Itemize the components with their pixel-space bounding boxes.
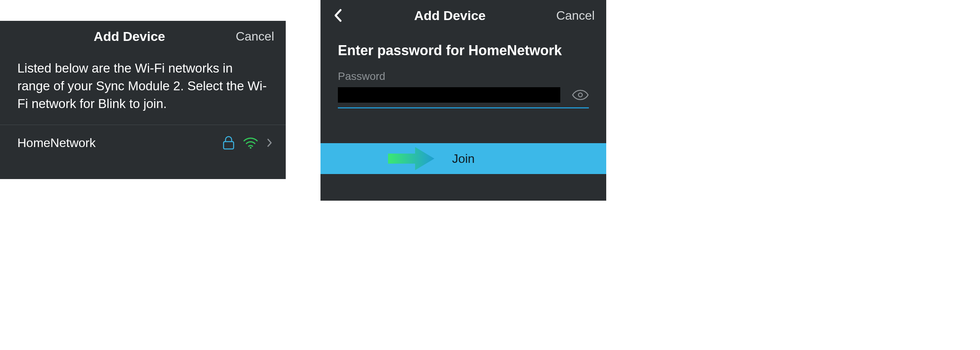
cancel-button[interactable]: Cancel xyxy=(236,29,274,44)
wifi-select-screen: Add Device Cancel Listed below are the W… xyxy=(0,21,286,179)
join-button[interactable]: Join xyxy=(320,143,606,174)
cancel-button[interactable]: Cancel xyxy=(556,8,595,23)
description-text: Listed below are the Wi-Fi networks in r… xyxy=(0,52,286,125)
chevron-left-icon xyxy=(334,8,342,22)
svg-marker-3 xyxy=(388,147,434,170)
network-icons xyxy=(223,136,272,150)
eye-icon[interactable] xyxy=(572,90,589,100)
network-name: HomeNetwork xyxy=(17,136,96,150)
network-row[interactable]: HomeNetwork xyxy=(0,125,286,161)
arrow-annotation-icon xyxy=(386,145,436,172)
chevron-right-icon xyxy=(267,138,272,147)
svg-point-1 xyxy=(250,147,252,149)
lock-icon xyxy=(223,136,234,150)
password-label: Password xyxy=(320,70,606,87)
nav-title: Add Device xyxy=(23,29,236,44)
svg-rect-0 xyxy=(224,142,234,149)
password-input[interactable] xyxy=(338,87,560,103)
nav-title: Add Device xyxy=(344,8,556,23)
nav-bar: Add Device Cancel xyxy=(320,0,606,31)
password-underline xyxy=(338,107,589,108)
nav-bar: Add Device Cancel xyxy=(0,21,286,52)
join-label: Join xyxy=(452,152,475,166)
password-screen: Add Device Cancel Enter password for Hom… xyxy=(320,0,606,201)
wifi-icon xyxy=(243,137,258,149)
password-heading: Enter password for HomeNetwork xyxy=(320,31,606,70)
back-button[interactable] xyxy=(332,8,344,23)
svg-point-2 xyxy=(578,93,582,97)
password-row xyxy=(320,87,606,103)
